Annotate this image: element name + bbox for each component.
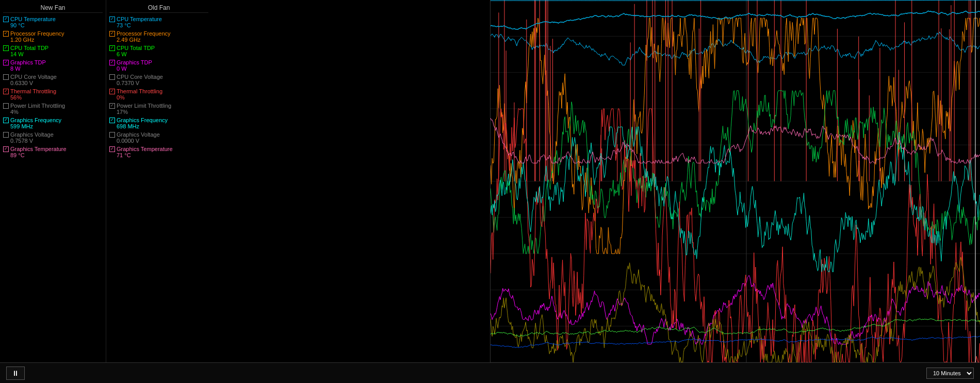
metric-value-graphics-tdp-2: 0 W — [109, 65, 208, 72]
metric-label-row-graphics-voltage-1: Graphics Voltage — [3, 131, 103, 138]
metric-item-graphics-freq-2: Graphics Frequency698 MHz — [109, 116, 208, 130]
metric-value-proc-freq-1: 1.20 GHz — [3, 37, 103, 43]
metric-value-graphics-freq-2: 698 MHz — [109, 123, 208, 129]
metric-value-thermal-2: 0% — [109, 94, 208, 101]
metric-name-proc-freq-1: Processor Frequency — [10, 30, 64, 37]
metric-value-graphics-voltage-1: 0.7578 V — [3, 138, 103, 144]
metric-item-cpu-voltage-1: CPU Core Voltage0.6330 V — [3, 73, 103, 87]
metric-name-thermal-1: Thermal Throttling — [10, 88, 56, 94]
metric-item-power-limit-1: Power Limit Throttling4% — [3, 102, 103, 116]
checkbox-graphics-temp-1[interactable] — [3, 146, 9, 152]
checkbox-power-limit-2[interactable] — [109, 103, 115, 109]
checkbox-graphics-temp-2[interactable] — [109, 146, 115, 152]
checkbox-graphics-freq-2[interactable] — [109, 118, 115, 123]
checkbox-graphics-tdp-2[interactable] — [109, 60, 115, 65]
checkbox-power-limit-1[interactable] — [3, 103, 9, 109]
metric-label-row-cpu-tdp-1: CPU Total TDP — [3, 45, 103, 51]
metric-value-power-limit-1: 4% — [3, 109, 103, 115]
checkbox-graphics-voltage-2[interactable] — [109, 132, 115, 138]
main-chart — [491, 0, 981, 362]
sidebars-container: New Fan CPU Temperature90 °CProcessor Fr… — [0, 0, 490, 362]
time-range-select[interactable]: 1 Minute 5 Minutes 10 Minutes 30 Minutes… — [926, 368, 974, 379]
metric-value-cpu-voltage-1: 0.6330 V — [3, 80, 103, 86]
sidebar1-metrics-list: CPU Temperature90 °CProcessor Frequency1… — [3, 15, 103, 159]
metric-label-row-cpu-tdp-2: CPU Total TDP — [109, 45, 208, 51]
metric-value-graphics-tdp-1: 8 W — [3, 65, 103, 72]
metric-name-cpu-voltage-1: CPU Core Voltage — [10, 74, 57, 80]
metric-name-graphics-temp-1: Graphics Temperature — [10, 146, 67, 152]
metric-item-thermal-1: Thermal Throttling56% — [3, 87, 103, 102]
metric-label-row-cpu-temp-1: CPU Temperature — [3, 16, 103, 22]
metric-value-proc-freq-2: 2.49 GHz — [109, 37, 208, 43]
checkbox-graphics-freq-1[interactable] — [3, 118, 9, 123]
metric-label-row-thermal-1: Thermal Throttling — [3, 88, 103, 94]
metric-item-graphics-voltage-1: Graphics Voltage0.7578 V — [3, 130, 103, 145]
metric-item-cpu-tdp-1: CPU Total TDP14 W — [3, 44, 103, 58]
checkbox-proc-freq-1[interactable] — [3, 31, 9, 37]
metric-name-cpu-tdp-1: CPU Total TDP — [10, 45, 48, 51]
metric-name-graphics-freq-2: Graphics Frequency — [117, 117, 168, 123]
sidebar2-metrics-list: CPU Temperature73 °CProcessor Frequency2… — [109, 15, 208, 159]
checkbox-cpu-temp-2[interactable] — [109, 16, 115, 22]
metric-value-power-limit-2: 17% — [109, 109, 208, 115]
metric-item-graphics-freq-1: Graphics Frequency599 MHz — [3, 116, 103, 130]
checkbox-cpu-tdp-2[interactable] — [109, 45, 115, 51]
metric-value-cpu-tdp-1: 14 W — [3, 51, 103, 57]
main-area: New Fan CPU Temperature90 °CProcessor Fr… — [0, 0, 980, 362]
checkbox-proc-freq-2[interactable] — [109, 31, 115, 37]
metric-name-power-limit-2: Power Limit Throttling — [117, 103, 171, 109]
metric-value-cpu-temp-1: 90 °C — [3, 22, 103, 28]
metric-label-row-graphics-temp-2: Graphics Temperature — [109, 146, 208, 152]
metric-label-row-graphics-tdp-2: Graphics TDP — [109, 59, 208, 65]
metric-item-cpu-temp-2: CPU Temperature73 °C — [109, 15, 208, 29]
metric-item-cpu-temp-1: CPU Temperature90 °C — [3, 15, 103, 29]
metric-name-graphics-voltage-2: Graphics Voltage — [117, 131, 160, 138]
checkbox-thermal-2[interactable] — [109, 89, 115, 94]
checkbox-cpu-voltage-1[interactable] — [3, 74, 9, 80]
metric-label-row-cpu-voltage-2: CPU Core Voltage — [109, 74, 208, 80]
checkbox-thermal-1[interactable] — [3, 89, 9, 94]
metric-item-cpu-voltage-2: CPU Core Voltage0.7370 V — [109, 73, 208, 87]
metric-value-graphics-freq-1: 599 MHz — [3, 123, 103, 129]
metric-item-graphics-tdp-1: Graphics TDP8 W — [3, 58, 103, 73]
checkbox-cpu-voltage-2[interactable] — [109, 74, 115, 80]
sidebar-new-fan: New Fan CPU Temperature90 °CProcessor Fr… — [0, 0, 106, 362]
metric-label-row-power-limit-2: Power Limit Throttling — [109, 103, 208, 109]
checkbox-cpu-tdp-1[interactable] — [3, 45, 9, 51]
metric-label-row-graphics-freq-1: Graphics Frequency — [3, 117, 103, 123]
metric-value-cpu-voltage-2: 0.7370 V — [109, 80, 208, 86]
metric-item-proc-freq-2: Processor Frequency2.49 GHz — [109, 29, 208, 44]
metric-item-graphics-temp-1: Graphics Temperature89 °C — [3, 145, 103, 159]
metric-item-graphics-temp-2: Graphics Temperature71 °C — [109, 145, 208, 159]
metric-name-cpu-temp-1: CPU Temperature — [10, 16, 56, 22]
metric-name-cpu-temp-2: CPU Temperature — [117, 16, 162, 22]
metric-label-row-proc-freq-2: Processor Frequency — [109, 30, 208, 37]
chart-area — [490, 0, 981, 362]
metric-item-cpu-tdp-2: CPU Total TDP6 W — [109, 44, 208, 58]
sidebar-old-fan: Old Fan CPU Temperature73 °CProcessor Fr… — [106, 0, 211, 362]
metric-item-graphics-tdp-2: Graphics TDP0 W — [109, 58, 208, 73]
metric-label-row-graphics-freq-2: Graphics Frequency — [109, 117, 208, 123]
metric-label-row-cpu-voltage-1: CPU Core Voltage — [3, 74, 103, 80]
metric-label-row-graphics-tdp-1: Graphics TDP — [3, 59, 103, 65]
metric-label-row-power-limit-1: Power Limit Throttling — [3, 103, 103, 109]
metric-name-cpu-tdp-2: CPU Total TDP — [117, 45, 155, 51]
metric-name-cpu-voltage-2: CPU Core Voltage — [117, 74, 163, 80]
checkbox-graphics-tdp-1[interactable] — [3, 60, 9, 65]
sidebar2-header: Old Fan — [109, 2, 208, 13]
metric-label-row-graphics-voltage-2: Graphics Voltage — [109, 131, 208, 138]
sidebar1-header: New Fan — [3, 2, 103, 13]
metric-name-power-limit-1: Power Limit Throttling — [10, 103, 65, 109]
metric-name-graphics-freq-1: Graphics Frequency — [10, 117, 61, 123]
checkbox-graphics-voltage-1[interactable] — [3, 132, 9, 138]
checkbox-cpu-temp-1[interactable] — [3, 16, 9, 22]
pause-button[interactable]: ⏸ — [6, 367, 25, 380]
metric-label-row-graphics-temp-1: Graphics Temperature — [3, 146, 103, 152]
metric-value-graphics-temp-2: 71 °C — [109, 152, 208, 158]
metric-name-graphics-voltage-1: Graphics Voltage — [10, 131, 54, 138]
metric-name-proc-freq-2: Processor Frequency — [117, 30, 171, 37]
metric-name-graphics-tdp-2: Graphics TDP — [117, 59, 152, 65]
metric-item-power-limit-2: Power Limit Throttling17% — [109, 102, 208, 116]
bottom-bar: ⏸ 1 Minute 5 Minutes 10 Minutes 30 Minut… — [0, 362, 980, 383]
metric-item-graphics-voltage-2: Graphics Voltage0.0000 V — [109, 130, 208, 145]
